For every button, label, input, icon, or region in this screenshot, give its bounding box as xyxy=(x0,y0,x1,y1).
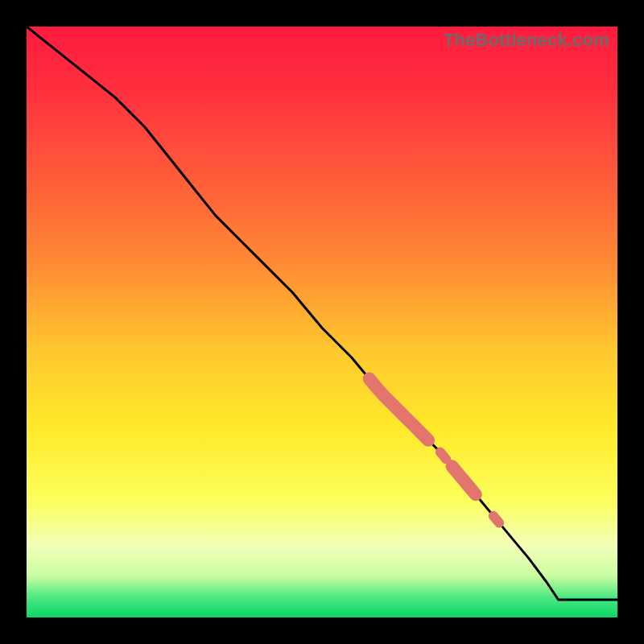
plot-area: TheBottleneck.com xyxy=(27,27,617,617)
highlight-segment xyxy=(440,452,446,460)
highlight-segment xyxy=(452,466,476,494)
highlight-segment xyxy=(493,516,499,523)
chart-stage: TheBottleneck.com xyxy=(0,0,644,644)
data-line xyxy=(27,27,617,600)
watermark-text: TheBottleneck.com xyxy=(444,30,609,51)
highlight-segment xyxy=(369,379,428,440)
chart-svg xyxy=(27,27,617,617)
